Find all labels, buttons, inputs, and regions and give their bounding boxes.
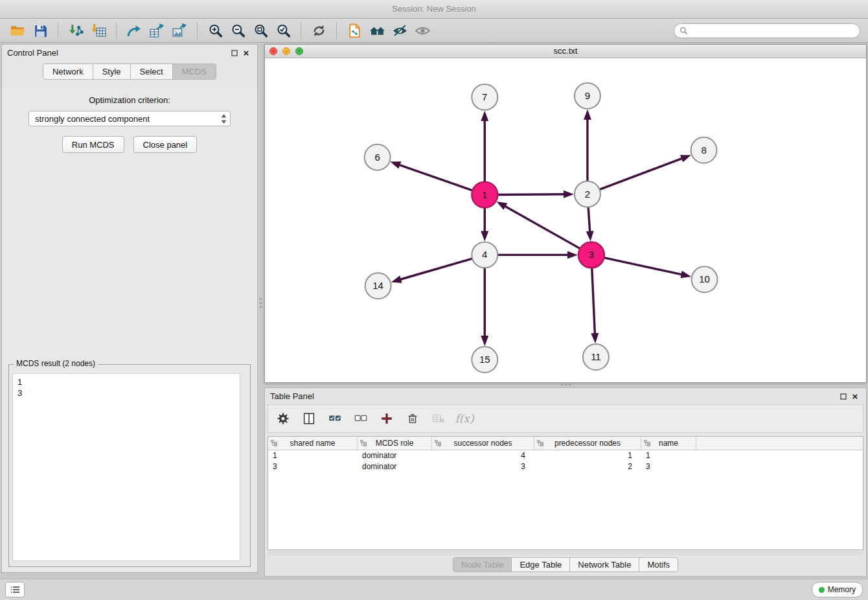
import-table-button[interactable] bbox=[89, 21, 108, 40]
table-row[interactable]: 3dominator323 bbox=[268, 461, 863, 472]
network-canvas[interactable]: 7968124314101511 bbox=[265, 58, 866, 382]
criterion-dropdown-value: strongly connected component bbox=[35, 114, 150, 124]
minimize-window-button[interactable]: − bbox=[282, 47, 290, 55]
export-table-button[interactable] bbox=[147, 21, 166, 40]
window-title: Session: New Session bbox=[392, 4, 475, 14]
delete-column-button[interactable] bbox=[404, 410, 421, 427]
table-row[interactable]: 1dominator411 bbox=[268, 450, 863, 461]
node-label: 1 bbox=[482, 189, 487, 200]
home-button[interactable] bbox=[367, 21, 387, 40]
tab-node-table[interactable]: Node Table bbox=[453, 557, 512, 572]
zoom-selected-button[interactable] bbox=[273, 21, 293, 40]
graph-node-8[interactable]: 8 bbox=[691, 137, 717, 163]
destroy-table-button[interactable] bbox=[430, 410, 447, 427]
vertical-splitter[interactable] bbox=[258, 44, 264, 573]
float-panel-button[interactable] bbox=[229, 47, 240, 59]
horizontal-splitter-grip-icon[interactable] bbox=[561, 384, 575, 386]
graph-edge-4-14[interactable] bbox=[400, 259, 472, 279]
graph-node-6[interactable]: 6 bbox=[365, 144, 391, 170]
node-label: 6 bbox=[374, 152, 380, 163]
tab-motifs[interactable]: Motifs bbox=[639, 557, 678, 572]
tab-edge-table[interactable]: Edge Table bbox=[511, 557, 570, 572]
zoom-out-button[interactable] bbox=[228, 21, 247, 40]
graph-edge-2-3[interactable] bbox=[588, 208, 589, 233]
deselect-all-columns-button[interactable] bbox=[352, 410, 369, 427]
graphics-details-button[interactable] bbox=[390, 21, 409, 40]
task-history-button[interactable] bbox=[5, 582, 25, 597]
graph-node-2[interactable]: 2 bbox=[575, 181, 600, 207]
graph-edge-1-6[interactable] bbox=[399, 165, 472, 190]
graph-edge-2-8[interactable] bbox=[600, 158, 682, 189]
gear-icon bbox=[276, 411, 290, 426]
graph-node-10[interactable]: 10 bbox=[692, 266, 718, 292]
toolbar-separator bbox=[336, 22, 337, 39]
table-cell: 3 bbox=[641, 461, 696, 472]
open-network-file-button[interactable] bbox=[345, 21, 364, 40]
column-header-label: name bbox=[659, 439, 678, 448]
export-network-button[interactable] bbox=[124, 21, 144, 40]
show-columns-button[interactable] bbox=[301, 410, 317, 427]
table-panel: Table Panel × bbox=[264, 387, 867, 577]
show-hide-button[interactable] bbox=[413, 21, 432, 40]
maximize-window-button[interactable]: + bbox=[295, 47, 303, 55]
refresh-icon bbox=[311, 23, 327, 39]
table-scroll-strip bbox=[268, 550, 863, 555]
zoom-fit-icon bbox=[253, 23, 269, 39]
zoom-fit-button[interactable] bbox=[251, 21, 270, 40]
graph-node-7[interactable]: 7 bbox=[472, 84, 497, 110]
column-header-successor-nodes[interactable]: successor nodes bbox=[432, 437, 534, 450]
graph-node-11[interactable]: 11 bbox=[583, 344, 609, 370]
network-window-titlebar[interactable]: × − + scc.txt bbox=[265, 45, 866, 58]
save-session-button[interactable] bbox=[30, 21, 50, 40]
select-all-columns-button[interactable] bbox=[326, 410, 343, 427]
tab-network-table[interactable]: Network Table bbox=[569, 557, 639, 572]
tab-mcds[interactable]: MCDS bbox=[172, 63, 216, 80]
attribute-icon bbox=[435, 440, 441, 446]
memory-button[interactable]: Memory bbox=[812, 582, 863, 597]
node-label: 10 bbox=[699, 273, 710, 284]
graph-node-4[interactable]: 4 bbox=[472, 242, 497, 268]
table-toolbar: f(x) bbox=[268, 404, 863, 433]
create-column-button[interactable] bbox=[378, 410, 395, 427]
refresh-button[interactable] bbox=[309, 21, 328, 40]
eye-icon bbox=[415, 23, 431, 39]
run-mcds-button[interactable]: Run MCDS bbox=[62, 136, 124, 153]
tab-select[interactable]: Select bbox=[130, 63, 173, 80]
criterion-dropdown[interactable]: strongly connected component bbox=[29, 111, 231, 126]
close-panel-button[interactable]: × bbox=[240, 47, 252, 59]
graph-node-9[interactable]: 9 bbox=[575, 83, 600, 109]
network-graph[interactable]: 7968124314101511 bbox=[265, 58, 866, 382]
node-label: 4 bbox=[482, 249, 487, 260]
graph-node-3[interactable]: 3 bbox=[578, 242, 604, 268]
zoom-in-button[interactable] bbox=[205, 21, 225, 40]
tab-style[interactable]: Style bbox=[93, 63, 131, 80]
attribute-icon bbox=[271, 440, 277, 446]
node-table-header: shared nameMCDS rolesuccessor nodesprede… bbox=[268, 437, 863, 450]
close-panel-button-secondary[interactable]: Close panel bbox=[133, 136, 198, 153]
column-header-predecessor-nodes[interactable]: predecessor nodes bbox=[534, 437, 641, 450]
column-header-mcds-role[interactable]: MCDS role bbox=[358, 437, 432, 450]
search-box[interactable] bbox=[674, 23, 860, 38]
graph-edge-3-10[interactable] bbox=[604, 258, 682, 275]
graph-node-1[interactable]: 1 bbox=[472, 182, 497, 208]
graph-node-14[interactable]: 14 bbox=[365, 273, 391, 299]
column-header-name[interactable]: name bbox=[641, 437, 696, 450]
graph-edge-3-1[interactable] bbox=[505, 206, 580, 248]
import-network-button[interactable] bbox=[66, 21, 86, 40]
graph-node-15[interactable]: 15 bbox=[472, 347, 497, 373]
float-table-panel-button[interactable] bbox=[838, 391, 849, 402]
column-header-label: MCDS role bbox=[376, 439, 414, 448]
open-session-button[interactable] bbox=[8, 21, 27, 40]
function-builder-button[interactable]: f(x) bbox=[456, 410, 473, 427]
search-input[interactable] bbox=[691, 25, 854, 36]
table-settings-button[interactable] bbox=[275, 410, 291, 427]
delete-table-icon bbox=[431, 411, 446, 426]
export-image-button[interactable] bbox=[170, 21, 189, 40]
application-window: Session: New Session bbox=[0, 0, 868, 600]
tab-network[interactable]: Network bbox=[43, 63, 93, 80]
close-table-panel-button[interactable]: × bbox=[849, 391, 861, 402]
close-window-button[interactable]: × bbox=[269, 47, 277, 55]
graph-edge-3-11[interactable] bbox=[592, 268, 595, 334]
graph-edge-1-2[interactable] bbox=[498, 194, 565, 195]
column-header-shared-name[interactable]: shared name bbox=[268, 437, 358, 450]
